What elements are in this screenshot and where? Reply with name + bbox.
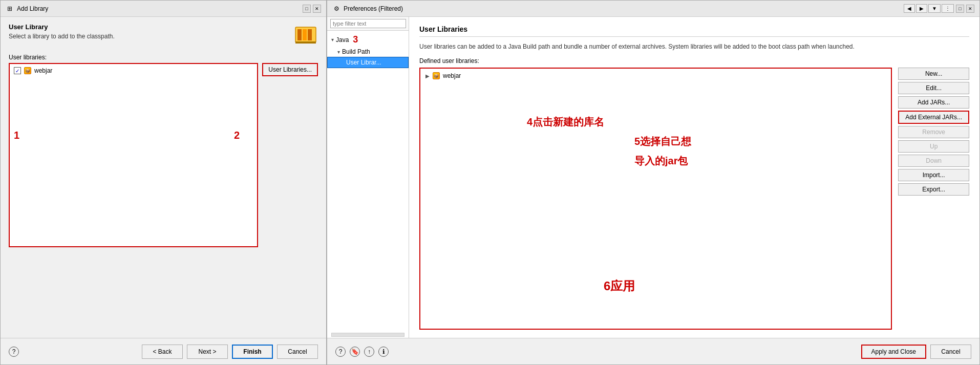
close-button[interactable]: ✕: [313, 5, 321, 13]
pref-titlebar: ⚙ Preferences (Filtered) ◀ ▶ ▼ ⋮ □ ✕: [327, 1, 979, 17]
pref-cancel-button[interactable]: Cancel: [930, 345, 971, 359]
user-libraries-button[interactable]: User Libraries...: [262, 63, 318, 76]
filter-input[interactable]: [330, 19, 406, 28]
add-library-title: Add Library: [17, 5, 48, 12]
pref-buttons: New... Edit... Add JARs... Add External …: [898, 68, 969, 330]
pref-bookmark-icon[interactable]: 🔖: [350, 347, 360, 357]
dialog-header-title: User Library: [9, 23, 115, 31]
tree-item-userlibraries[interactable]: User Librar...: [327, 57, 409, 68]
library-list[interactable]: ✓ 📦 webjar: [9, 63, 258, 247]
tree-item-buildpath[interactable]: ▾ Build Path: [327, 47, 409, 57]
pref-footer: ? 🔖 ↑ ℹ Apply and Close Cancel: [327, 338, 979, 364]
add-library-dialog: ⊞ Add Library □ ✕ User Library Select a …: [0, 0, 327, 365]
svg-rect-3: [308, 29, 312, 40]
minimize-button[interactable]: □: [303, 5, 311, 13]
back-button[interactable]: < Back: [142, 345, 183, 359]
nav-dropdown-button[interactable]: ▼: [928, 4, 941, 13]
titlebar-controls: □ ✕: [303, 5, 321, 13]
cancel-button[interactable]: Cancel: [277, 345, 318, 359]
add-jars-button[interactable]: Add JARs...: [898, 96, 969, 109]
pref-left-panel: ✕ ▾ Java 3 ▾ Build Path User Librar...: [327, 17, 409, 338]
add-library-body: User Library Select a library to add to …: [1, 17, 326, 338]
help-icon[interactable]: ?: [9, 347, 19, 357]
annotation-2: 2: [234, 130, 240, 141]
pref-share-icon[interactable]: ↑: [364, 347, 374, 357]
tree-area: ▾ Java 3 ▾ Build Path User Librar...: [327, 31, 409, 332]
add-library-title-icon: ⊞: [6, 5, 14, 13]
user-libs-list: ▶ 📦 webjar: [419, 68, 892, 330]
footer-buttons: < Back Next > Finish Cancel: [142, 345, 318, 359]
pref-footer-right: Apply and Close Cancel: [861, 345, 971, 359]
pref-title-icon: ⚙: [332, 5, 340, 13]
list-item[interactable]: ✓ 📦 webjar: [12, 66, 255, 75]
tree-java-label: Java: [336, 36, 349, 44]
pref-description: User libraries can be added to a Java Bu…: [419, 42, 969, 51]
tree-userlibraries-label: User Librar...: [346, 59, 381, 66]
java-chevron-icon: ▾: [331, 37, 334, 42]
defined-label: Defined user libraries:: [419, 57, 969, 65]
pref-title: Preferences (Filtered): [344, 5, 403, 12]
buildpath-chevron-icon: ▾: [337, 49, 340, 55]
svg-rect-2: [303, 29, 307, 40]
webjar-label: webjar: [34, 67, 52, 74]
svg-rect-1: [297, 29, 302, 40]
user-libs-panel: ▶ 📦 webjar New... Edit... Add JARs... Ad…: [419, 68, 969, 330]
webjar-icon: 📦: [24, 67, 31, 74]
up-button[interactable]: Up: [898, 140, 969, 153]
finish-button[interactable]: Finish: [232, 345, 273, 359]
footer-help: ?: [9, 347, 19, 357]
nav-forward-button[interactable]: ▶: [916, 4, 927, 13]
down-button[interactable]: Down: [898, 155, 969, 167]
nav-menu-button[interactable]: ⋮: [942, 4, 954, 13]
tree-item-java[interactable]: ▾ Java 3: [327, 33, 409, 47]
add-library-titlebar: ⊞ Add Library □ ✕: [1, 1, 326, 17]
webjar-lib-label: webjar: [443, 72, 461, 79]
preferences-dialog: ⚙ Preferences (Filtered) ◀ ▶ ▼ ⋮ □ ✕ ✕ ▾: [327, 0, 980, 365]
export-button[interactable]: Export...: [898, 183, 969, 196]
pref-body: ✕ ▾ Java 3 ▾ Build Path User Librar...: [327, 17, 979, 338]
annotation-3: 3: [353, 34, 358, 45]
libraries-label: User libraries:: [9, 54, 318, 61]
annotation-1: 1: [14, 130, 19, 141]
user-libs-btn-area: User Libraries...: [262, 63, 318, 247]
user-libraries-section: ✓ 📦 webjar User Libraries...: [9, 63, 318, 247]
pref-footer-left: ? 🔖 ↑ ℹ: [335, 347, 389, 357]
webjar-tree-chevron: ▶: [425, 73, 430, 79]
add-library-footer: ? < Back Next > Finish Cancel: [1, 338, 326, 364]
dialog-header-text: User Library Select a library to add to …: [9, 23, 115, 40]
library-icon: [293, 23, 318, 48]
webjar-checkbox[interactable]: ✓: [14, 67, 21, 74]
nav-back-button[interactable]: ◀: [904, 4, 915, 13]
import-button[interactable]: Import...: [898, 169, 969, 181]
svg-rect-4: [295, 41, 316, 44]
remove-button[interactable]: Remove: [898, 126, 969, 138]
webjar-lib-icon: 📦: [433, 72, 440, 79]
scroll-indicator[interactable]: [331, 333, 404, 337]
tree-buildpath-label: Build Path: [342, 48, 370, 55]
apply-and-close-button[interactable]: Apply and Close: [861, 345, 926, 359]
pref-maximize-button[interactable]: □: [956, 5, 964, 13]
new-button[interactable]: New...: [898, 68, 969, 80]
pref-help-icon[interactable]: ?: [335, 347, 346, 357]
next-button[interactable]: Next >: [187, 345, 228, 359]
dialog-header-desc: Select a library to add to the classpath…: [9, 33, 115, 40]
edit-button[interactable]: Edit...: [898, 82, 969, 94]
dialog-header-section: User Library Select a library to add to …: [9, 23, 318, 48]
filter-bar: ✕: [327, 17, 409, 31]
user-libs-list-item[interactable]: ▶ 📦 webjar: [422, 71, 889, 81]
pref-right-panel: User Libraries User libraries can be add…: [409, 17, 979, 338]
pref-info-icon[interactable]: ℹ: [378, 347, 389, 357]
pref-close-button[interactable]: ✕: [966, 5, 974, 13]
pref-section-title: User Libraries: [419, 25, 969, 37]
add-external-jars-button[interactable]: Add External JARs...: [898, 111, 969, 124]
